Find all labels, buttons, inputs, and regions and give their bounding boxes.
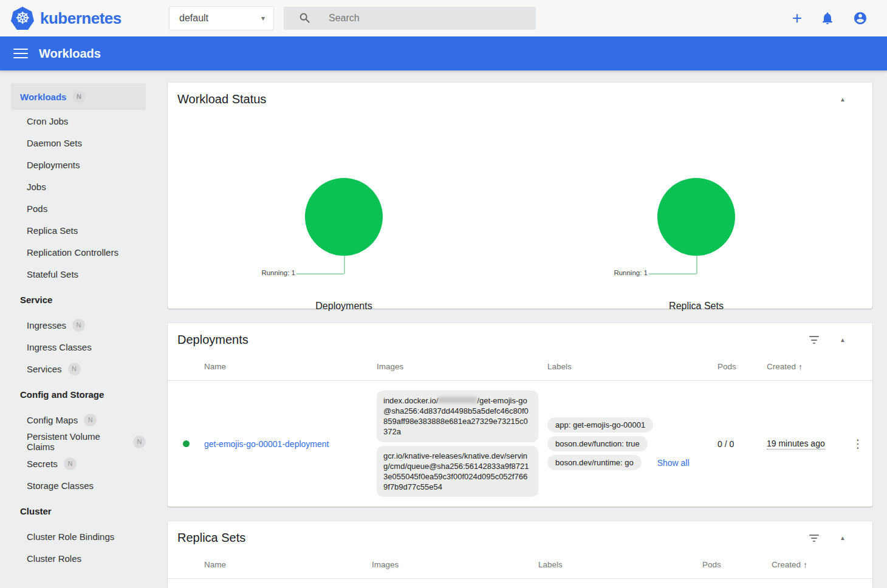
label-chip: app: get-emojis-go-00001 <box>547 417 653 432</box>
deployment-row: get-emojis-go-00001-deployment index.doc… <box>168 381 872 507</box>
row-actions-kebab-icon[interactable]: ⋮ <box>843 438 872 450</box>
sidebar-section-config-and-storage: Config and Storage <box>11 383 146 405</box>
page-title: Workloads <box>39 47 101 61</box>
collapse-card-icon[interactable]: ▲ <box>840 535 846 541</box>
workload-status-card: Workload Status ▲ Running: 1 Deployments <box>168 83 872 309</box>
sidebar-item-ingresses[interactable]: Ingresses N <box>11 314 146 336</box>
sidebar-item-cron-jobs[interactable]: Cron Jobs <box>11 110 146 132</box>
column-header-images: Images <box>377 362 547 371</box>
sidebar-item-secrets[interactable]: Secrets N <box>11 453 146 474</box>
replica-sets-card: Replica Sets ▲ Name Images Labels Pods C… <box>168 521 872 588</box>
top-app-bar: ☸ kubernetes default ▾ + <box>0 0 887 36</box>
deployments-status-chart: Running: 1 Deployments <box>168 106 520 306</box>
page-toolbar: Workloads <box>0 36 887 70</box>
main-content: Workload Status ▲ Running: 1 Deployments <box>156 70 887 588</box>
created-timestamp[interactable]: 19 minutes ago <box>767 439 825 450</box>
sidebar-item-storage-classes[interactable]: Storage Classes <box>11 474 146 496</box>
sidebar-item-ingress-classes[interactable]: Ingress Classes <box>11 336 146 358</box>
sidebar-item-services[interactable]: Services N <box>11 358 146 380</box>
notifications-bell-icon[interactable] <box>820 11 835 26</box>
sidebar-section-service: Service <box>11 289 146 310</box>
label-chip: boson.dev/function: true <box>547 436 648 451</box>
sidebar-item-replication-controllers[interactable]: Replication Controllers <box>11 241 146 263</box>
legend-connector-line <box>649 273 696 275</box>
kubernetes-brand[interactable]: ☸ kubernetes <box>0 7 157 30</box>
column-header-pods: Pods <box>702 560 772 569</box>
column-header-created[interactable]: Created ↑ <box>767 362 843 372</box>
namespace-selector[interactable]: default ▾ <box>169 6 274 30</box>
column-header-labels: Labels <box>538 560 702 569</box>
sidebar-item-persistent-volume-claims[interactable]: Persistent Volume Claims N <box>11 431 146 453</box>
replica-sets-title: Replica Sets <box>177 531 245 545</box>
namespace-value: default <box>179 13 208 24</box>
sidebar-item-deployments[interactable]: Deployments <box>11 154 146 176</box>
chart-label: Replica Sets <box>520 301 872 312</box>
column-header-labels: Labels <box>547 362 717 371</box>
show-all-labels-link[interactable]: Show all <box>657 458 690 468</box>
column-header-name[interactable]: Name <box>204 362 377 371</box>
deployments-pie-running <box>305 178 383 256</box>
sidebar-item-cluster-roles[interactable]: Cluster Roles <box>11 547 146 569</box>
deployments-card: Deployments ▲ Name Images Labels Pods Cr… <box>168 323 872 507</box>
image-chip: index.docker.io//get-emojis-go@sha256:4d… <box>377 391 538 442</box>
column-header-name[interactable]: Name <box>204 560 372 569</box>
column-header-created[interactable]: Created ↑ <box>772 560 843 570</box>
sidebar-section-cluster: Cluster <box>11 500 146 522</box>
new-badge: N <box>72 91 85 103</box>
pods-count: 0 / 0 <box>717 439 767 449</box>
search-bar[interactable] <box>284 7 536 30</box>
sidebar-item-stateful-sets[interactable]: Stateful Sets <box>11 263 146 285</box>
workload-status-title: Workload Status <box>177 92 266 106</box>
column-header-images: Images <box>372 560 538 569</box>
replica-sets-status-chart: Running: 1 Replica Sets <box>520 106 872 306</box>
redacted-registry-user <box>438 397 477 403</box>
replica-sets-table-header: Name Images Labels Pods Created ↑ <box>168 551 872 579</box>
user-account-icon[interactable] <box>853 11 868 26</box>
legend-connector-line <box>696 256 697 274</box>
replica-set-row: get-emojis-go-00001-deployment- index.do… <box>168 579 872 588</box>
sort-ascending-icon: ↑ <box>798 362 803 372</box>
search-input[interactable] <box>329 13 511 24</box>
sort-ascending-icon: ↑ <box>803 560 807 570</box>
sidebar-item-replica-sets[interactable]: Replica Sets <box>11 219 146 241</box>
filter-icon[interactable] <box>809 335 819 345</box>
new-badge: N <box>68 363 81 375</box>
new-badge: N <box>72 319 85 332</box>
image-chip: gcr.io/knative-releases/knative.dev/serv… <box>377 446 538 497</box>
deployments-title: Deployments <box>177 333 248 347</box>
sidebar-item-pods[interactable]: Pods <box>11 197 146 219</box>
new-badge: N <box>64 457 77 470</box>
kubernetes-logo-icon: ☸ <box>11 7 34 30</box>
chevron-down-icon: ▾ <box>261 14 265 22</box>
menu-hamburger-icon[interactable] <box>13 46 28 61</box>
running-legend: Running: 1 <box>261 269 295 276</box>
running-legend: Running: 1 <box>614 269 648 276</box>
legend-connector-line <box>344 256 345 274</box>
nav-sidebar: Workloads N Cron Jobs Daemon Sets Deploy… <box>0 70 156 588</box>
new-badge: N <box>84 414 97 426</box>
search-icon <box>298 12 312 25</box>
create-resource-button[interactable]: + <box>792 11 802 26</box>
collapse-card-icon[interactable]: ▲ <box>840 337 846 343</box>
filter-icon[interactable] <box>809 533 819 543</box>
deployments-table-header: Name Images Labels Pods Created ↑ <box>168 353 872 381</box>
collapse-card-icon[interactable]: ▲ <box>840 96 846 103</box>
brand-name: kubernetes <box>40 9 122 28</box>
legend-connector-line <box>296 273 344 275</box>
new-badge: N <box>133 436 146 448</box>
label-chip: boson.dev/runtime: go <box>547 455 642 470</box>
sidebar-item-jobs[interactable]: Jobs <box>11 176 146 197</box>
sidebar-item-cluster-role-bindings[interactable]: Cluster Role Bindings <box>11 525 146 547</box>
deployment-name-link[interactable]: get-emojis-go-00001-deployment <box>204 439 340 449</box>
column-header-pods: Pods <box>717 362 767 371</box>
sidebar-item-workloads[interactable]: Workloads N <box>11 83 146 110</box>
replica-sets-pie-running <box>657 178 735 256</box>
status-running-icon <box>183 440 190 447</box>
sidebar-item-config-maps[interactable]: Config Maps N <box>11 409 146 431</box>
chart-label: Deployments <box>168 301 520 312</box>
sidebar-item-daemon-sets[interactable]: Daemon Sets <box>11 132 146 154</box>
